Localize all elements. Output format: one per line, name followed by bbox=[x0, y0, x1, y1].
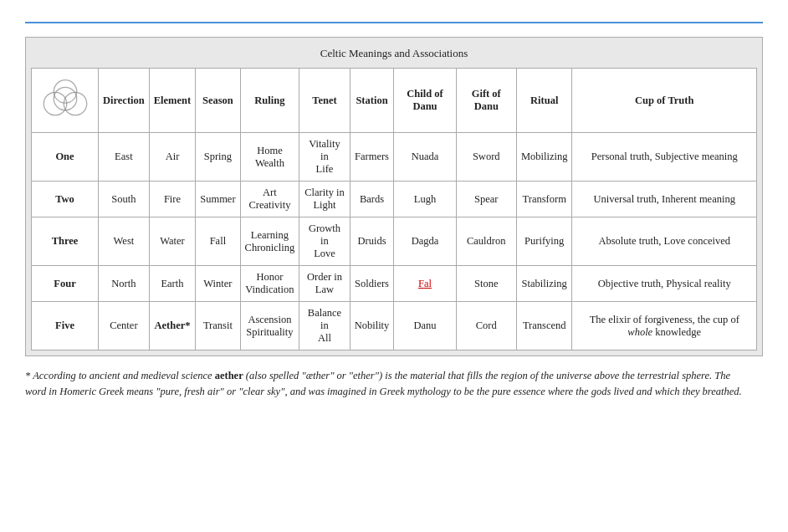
col-station: Station bbox=[350, 69, 394, 133]
cell-cup-of-truth: Absolute truth, Love conceived bbox=[572, 217, 757, 266]
table-row: TwoSouthFireSummerArtCreativityClarity i… bbox=[32, 182, 757, 217]
cell-element: Earth bbox=[149, 266, 195, 302]
cell-tenet: Clarity inLight bbox=[299, 182, 350, 217]
cell-station: Soldiers bbox=[350, 266, 394, 302]
cell-season: Transit bbox=[196, 302, 240, 350]
cell-gift-of-danu: Cord bbox=[456, 302, 516, 350]
row-label: Five bbox=[32, 302, 99, 350]
table-caption-text: Celtic Meanings and Associations bbox=[320, 47, 468, 59]
cell-station: Nobility bbox=[350, 302, 394, 350]
cell-child-of-danu: Danu bbox=[394, 302, 456, 350]
cell-direction: Center bbox=[99, 302, 150, 350]
cell-ritual: Transform bbox=[516, 182, 572, 217]
cell-season: Summer bbox=[196, 182, 240, 217]
cell-ruling: HomeWealth bbox=[240, 133, 299, 182]
meanings-table: Direction Element Season Ruling Tenet St… bbox=[31, 68, 757, 350]
cell-ritual: Mobilizing bbox=[516, 133, 572, 182]
row-label: Three bbox=[32, 217, 99, 266]
cell-tenet: Order inLaw bbox=[299, 266, 350, 302]
cell-season: Winter bbox=[196, 266, 240, 302]
cell-tenet: Balance inAll bbox=[299, 302, 350, 350]
cell-direction: South bbox=[99, 182, 150, 217]
cell-ritual: Stabilizing bbox=[516, 266, 572, 302]
cell-ritual: Transcend bbox=[516, 302, 572, 350]
cell-cup-of-truth: Objective truth, Physical reality bbox=[572, 266, 757, 302]
cell-tenet: Growth inLove bbox=[299, 217, 350, 266]
symbol-header bbox=[32, 69, 99, 133]
cell-tenet: Vitality inLife bbox=[299, 133, 350, 182]
page-title bbox=[25, 17, 763, 23]
table-row: ThreeWestWaterFallLearningChroniclingGro… bbox=[32, 217, 757, 266]
col-gift-danu: Gift of Danu bbox=[456, 69, 516, 133]
row-label: One bbox=[32, 133, 99, 182]
cell-season: Fall bbox=[196, 217, 240, 266]
col-child-danu: Child of Danu bbox=[394, 69, 456, 133]
cell-station: Bards bbox=[350, 182, 394, 217]
col-ruling: Ruling bbox=[240, 69, 299, 133]
row-label: Two bbox=[32, 182, 99, 217]
col-direction: Direction bbox=[99, 69, 150, 133]
col-season: Season bbox=[196, 69, 240, 133]
svg-point-0 bbox=[54, 80, 76, 103]
cell-gift-of-danu: Cauldron bbox=[456, 217, 516, 266]
cell-ritual: Purifying bbox=[516, 217, 572, 266]
footnote-bold: aether bbox=[215, 370, 243, 381]
table-caption-row: Celtic Meanings and Associations bbox=[31, 43, 757, 64]
cell-gift-of-danu: Sword bbox=[456, 133, 516, 182]
cell-child-of-danu: Dagda bbox=[394, 217, 456, 266]
cell-cup-of-truth: Universal truth, Inherent meaning bbox=[572, 182, 757, 217]
cell-gift-of-danu: Spear bbox=[456, 182, 516, 217]
col-ritual: Ritual bbox=[516, 69, 572, 133]
footnote: * According to ancient and medieval scie… bbox=[25, 368, 753, 400]
cell-gift-of-danu: Stone bbox=[456, 266, 516, 302]
cell-station: Farmers bbox=[350, 133, 394, 182]
cell-element: Fire bbox=[149, 182, 195, 217]
cell-season: Spring bbox=[196, 133, 240, 182]
col-cup-truth: Cup of Truth bbox=[572, 69, 757, 133]
table-row: FourNorthEarthWinterHonorVindicationOrde… bbox=[32, 266, 757, 302]
cell-child-of-danu: Nuada bbox=[394, 133, 456, 182]
cell-child-of-danu: Lugh bbox=[394, 182, 456, 217]
cell-direction: East bbox=[99, 133, 150, 182]
cell-ruling: AscensionSpirituality bbox=[240, 302, 299, 350]
cell-element: Air bbox=[149, 133, 195, 182]
celtic-symbol-icon bbox=[40, 74, 90, 124]
col-tenet: Tenet bbox=[299, 69, 350, 133]
cell-ruling: ArtCreativity bbox=[240, 182, 299, 217]
cell-child-of-danu: Fal bbox=[394, 266, 456, 302]
col-element: Element bbox=[149, 69, 195, 133]
row-label: Four bbox=[32, 266, 99, 302]
cell-ruling: LearningChronicling bbox=[240, 217, 299, 266]
cell-cup-of-truth: The elixir of forgiveness, the cup of wh… bbox=[572, 302, 757, 350]
table-row: OneEastAirSpringHomeWealthVitality inLif… bbox=[32, 133, 757, 182]
cell-direction: West bbox=[99, 217, 150, 266]
cell-cup-of-truth: Personal truth, Subjective meaning bbox=[572, 133, 757, 182]
cell-station: Druids bbox=[350, 217, 394, 266]
cell-element: Aether* bbox=[149, 302, 195, 350]
cell-direction: North bbox=[99, 266, 150, 302]
main-table-container: Celtic Meanings and Associations Directi… bbox=[25, 37, 763, 356]
cell-ruling: HonorVindication bbox=[240, 266, 299, 302]
table-row: FiveCenterAether*TransitAscensionSpiritu… bbox=[32, 302, 757, 350]
cell-element: Water bbox=[149, 217, 195, 266]
